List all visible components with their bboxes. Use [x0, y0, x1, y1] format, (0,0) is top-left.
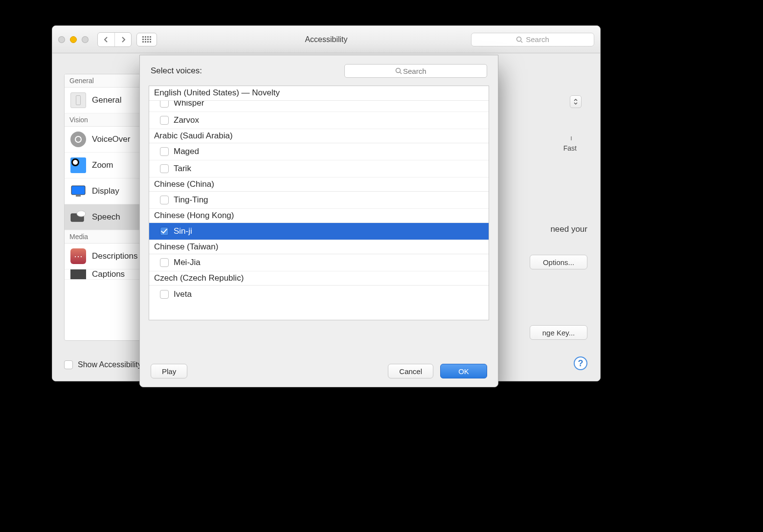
stepper-icon — [573, 98, 578, 105]
voice-checkbox[interactable] — [160, 147, 169, 156]
svg-rect-4 — [142, 39, 144, 40]
change-key-button[interactable]: nge Key... — [530, 325, 587, 340]
sidebar-item-label: Descriptions — [92, 251, 138, 261]
show-status-label: Show Accessibility status in menu bar — [78, 360, 146, 369]
voice-row[interactable]: Tarik — [149, 160, 489, 177]
sheet-header: Select voices: — [140, 55, 498, 84]
options-button[interactable]: Options... — [530, 255, 587, 269]
voiceover-icon — [70, 132, 86, 147]
voice-name: Sin-ji — [174, 226, 192, 236]
svg-rect-1 — [145, 36, 146, 38]
voice-checkbox[interactable] — [160, 196, 169, 204]
sidebar-item-label: Zoom — [92, 160, 113, 170]
speech-pane-fragment: Fast need your Options... nge Key... — [514, 53, 587, 381]
voice-checkbox[interactable] — [160, 258, 169, 267]
voice-row[interactable]: Ting-Ting — [149, 192, 489, 209]
svg-line-19 — [400, 72, 402, 74]
sidebar-item-speech[interactable]: Speech — [65, 204, 152, 230]
voice-name: Maged — [174, 147, 199, 156]
sidebar-item-voiceover[interactable]: VoiceOver — [65, 127, 152, 153]
voice-checkbox[interactable] — [160, 290, 169, 299]
voice-list[interactable]: English (United States) — Novelty Whispe… — [149, 86, 489, 320]
minimize-button[interactable] — [70, 36, 77, 43]
search-icon — [516, 36, 523, 43]
voice-checkbox[interactable] — [160, 164, 169, 173]
system-voice-dropdown[interactable] — [570, 95, 582, 108]
category-sidebar: General General Vision VoiceOver Zoom Di… — [64, 74, 152, 341]
svg-rect-6 — [147, 39, 149, 40]
captions-icon — [70, 269, 86, 280]
sidebar-item-zoom[interactable]: Zoom — [65, 153, 152, 178]
svg-rect-14 — [71, 186, 85, 195]
search-icon — [395, 67, 402, 74]
titlebar: Accessibility Search — [52, 26, 600, 53]
voice-checkbox[interactable] — [160, 227, 169, 236]
voice-group-header: Arabic (Saudi Arabia) — [149, 129, 489, 143]
voice-row[interactable]: Zarvox — [149, 112, 489, 129]
sidebar-item-label: Speech — [92, 212, 120, 222]
sheet-title: Select voices: — [151, 66, 202, 76]
voice-scroll-area[interactable]: WhisperZarvoxArabic (Saudi Arabia)MagedT… — [149, 86, 489, 320]
sidebar-item-label: Captions — [92, 269, 125, 279]
sidebar-item-captions[interactable]: Captions — [65, 269, 152, 280]
show-all-button[interactable] — [136, 33, 157, 46]
svg-point-18 — [396, 68, 401, 73]
voice-row[interactable]: Sin-ji — [149, 223, 489, 240]
descriptions-icon: ⋯ — [70, 248, 86, 264]
play-button[interactable]: Play — [151, 364, 187, 378]
voice-select-sheet: Select voices: English (United States) —… — [139, 55, 498, 387]
voice-name: Tarik — [174, 164, 191, 174]
voice-group-header: Chinese (Hong Kong) — [149, 209, 489, 223]
close-button[interactable] — [58, 36, 65, 43]
sheet-search[interactable] — [344, 64, 487, 78]
svg-rect-2 — [147, 36, 149, 38]
zoom-icon — [70, 157, 86, 173]
voice-checkbox[interactable] — [160, 116, 169, 125]
sidebar-item-label: Display — [92, 186, 119, 196]
forward-button[interactable] — [114, 33, 131, 46]
sidebar-item-general[interactable]: General — [65, 88, 152, 113]
zoom-button[interactable] — [82, 36, 89, 43]
grid-icon — [142, 36, 151, 43]
voice-name: Ting-Ting — [174, 195, 208, 205]
svg-rect-0 — [142, 36, 144, 38]
section-header-general: General — [65, 74, 152, 88]
show-status-checkbox[interactable] — [64, 360, 73, 369]
nav-group — [97, 32, 132, 47]
section-header-vision: Vision — [65, 113, 152, 127]
voice-name: Zarvox — [174, 115, 199, 125]
toolbar-search[interactable]: Search — [471, 33, 594, 46]
help-button[interactable]: ? — [574, 356, 587, 370]
sidebar-item-label: General — [92, 95, 121, 105]
svg-point-12 — [517, 37, 521, 41]
svg-rect-15 — [76, 195, 81, 197]
svg-rect-9 — [145, 41, 146, 43]
speaking-rate-fast-label: Fast — [563, 144, 577, 152]
voice-group-header: Chinese (China) — [149, 177, 489, 192]
voice-row[interactable]: Maged — [149, 143, 489, 160]
svg-rect-5 — [145, 39, 146, 40]
window-footer: Show Accessibility status in menu bar — [64, 360, 146, 369]
voice-row[interactable]: Iveta — [149, 286, 489, 303]
display-icon — [70, 183, 86, 199]
general-icon — [70, 92, 86, 108]
back-button[interactable] — [98, 33, 114, 46]
cancel-button[interactable]: Cancel — [388, 364, 433, 378]
voice-group-sticky: English (United States) — Novelty — [149, 86, 489, 101]
svg-line-13 — [521, 41, 522, 43]
svg-rect-8 — [142, 41, 144, 43]
svg-rect-7 — [150, 39, 151, 40]
svg-rect-3 — [150, 36, 151, 38]
sheet-search-input[interactable] — [402, 66, 436, 76]
sidebar-item-display[interactable]: Display — [65, 178, 152, 204]
traffic-lights — [58, 36, 89, 43]
voice-group-header: Chinese (Taiwan) — [149, 240, 489, 254]
svg-rect-11 — [150, 41, 151, 43]
section-header-media: Media — [65, 230, 152, 244]
chevron-left-icon — [104, 36, 109, 43]
announce-text-fragment: need your — [550, 224, 587, 234]
svg-rect-10 — [147, 41, 149, 43]
ok-button[interactable]: OK — [440, 364, 487, 378]
voice-row[interactable]: Mei-Jia — [149, 254, 489, 271]
sidebar-item-descriptions[interactable]: ⋯ Descriptions — [65, 244, 152, 269]
